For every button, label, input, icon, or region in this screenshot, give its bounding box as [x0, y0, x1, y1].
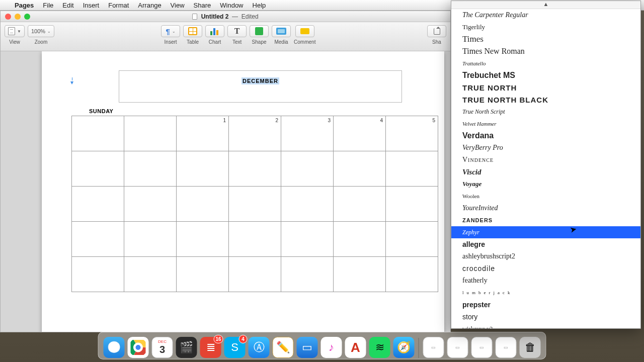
calendar-cell[interactable] — [177, 257, 229, 292]
font-option[interactable]: wiskeyya v2 — [451, 323, 640, 329]
menu-view[interactable]: View — [166, 2, 189, 9]
font-option[interactable]: Velvet Hammer — [451, 118, 640, 130]
font-option[interactable]: Woolen — [451, 190, 640, 202]
calendar-cell[interactable]: 2 — [229, 116, 281, 151]
dock-safari[interactable]: 🧭 — [393, 337, 415, 358]
calendar-cell[interactable] — [124, 151, 177, 187]
calendar-cell[interactable] — [177, 151, 229, 187]
dock-window-4[interactable]: ▭ — [496, 337, 517, 358]
menu-help[interactable]: Help — [248, 2, 271, 9]
calendar-cell[interactable] — [334, 257, 386, 292]
app-name[interactable]: Pages — [10, 2, 38, 9]
calendar-cell[interactable] — [72, 257, 124, 292]
font-option[interactable]: Zephyr — [451, 226, 640, 238]
dock-imovie[interactable]: 🎬 — [176, 337, 197, 358]
font-option[interactable]: Times New Roman — [451, 45, 640, 57]
month-title[interactable]: DECEMBER — [242, 77, 279, 84]
calendar-cell[interactable] — [334, 222, 386, 257]
dock-skype[interactable]: S 4 — [224, 337, 246, 358]
calendar-cell[interactable] — [229, 187, 281, 222]
shape-button[interactable] — [250, 25, 269, 37]
insert-button[interactable]: ¶ ⌄ — [161, 25, 180, 37]
calendar-cell[interactable]: 1 — [177, 116, 229, 151]
calendar-cell[interactable] — [386, 222, 438, 257]
font-option[interactable]: Trattatello — [451, 57, 640, 69]
calendar-cell[interactable] — [124, 222, 177, 257]
menu-format[interactable]: Format — [104, 2, 133, 9]
menu-share[interactable]: Share — [189, 2, 216, 9]
dock-calendar[interactable]: DEC3 — [152, 337, 173, 358]
menu-arrange[interactable]: Arrange — [133, 2, 166, 9]
dock-acrobat[interactable]: A — [345, 337, 366, 358]
dock-window-2[interactable]: ▭ — [447, 337, 468, 358]
font-option[interactable]: ZANDERS — [451, 214, 640, 226]
dock-chrome[interactable] — [128, 337, 149, 358]
media-button[interactable] — [272, 25, 291, 37]
scroll-up-arrow[interactable]: ▲ — [451, 1, 640, 9]
calendar-cell[interactable] — [124, 257, 177, 292]
font-option[interactable]: Vindence — [451, 154, 640, 166]
dock-window-1[interactable]: ▭ — [423, 337, 444, 358]
font-option[interactable]: True North Script — [451, 106, 640, 118]
font-option[interactable]: Trebuchet MS — [451, 69, 640, 81]
dock-itunes[interactable]: ♪ — [321, 337, 342, 358]
calendar-cell[interactable] — [334, 151, 386, 187]
font-option[interactable]: Voyage — [451, 178, 640, 190]
view-button[interactable]: ▼ — [5, 25, 25, 37]
dock-window-3[interactable]: ▭ — [471, 337, 493, 358]
font-option[interactable]: YoureInvited — [451, 202, 640, 214]
dock-todoist[interactable]: ≣ 16 — [200, 337, 221, 358]
calendar-cell[interactable] — [281, 222, 334, 257]
calendar-cell[interactable] — [177, 222, 229, 257]
comment-button[interactable] — [295, 25, 314, 37]
calendar-cell[interactable] — [72, 116, 124, 151]
font-option[interactable]: Times — [451, 33, 640, 45]
calendar-table[interactable]: 12345 — [71, 116, 438, 292]
calendar-cell[interactable]: 5 — [386, 116, 438, 151]
calendar-cell[interactable] — [281, 187, 334, 222]
font-option[interactable]: lumberjack — [451, 287, 640, 299]
calendar-cell[interactable] — [124, 116, 177, 151]
dock-textedit[interactable]: ✏️ — [273, 337, 294, 358]
dock-trash[interactable]: 🗑 — [520, 337, 541, 358]
calendar-cell[interactable] — [386, 257, 438, 292]
font-option[interactable]: story — [451, 311, 640, 323]
calendar-cell[interactable] — [72, 151, 124, 187]
calendar-cell[interactable] — [386, 187, 438, 222]
calendar-cell[interactable] — [177, 187, 229, 222]
text-button[interactable]: T — [227, 25, 247, 37]
dock-keynote[interactable]: ▭ — [297, 337, 318, 358]
font-option[interactable]: The Carpenter Regular — [451, 9, 640, 21]
calendar-cell[interactable] — [229, 257, 281, 292]
font-option[interactable]: featherly — [451, 275, 640, 287]
dock-finder[interactable] — [104, 337, 125, 358]
font-option[interactable]: ashleybrushscript2 — [451, 250, 640, 262]
calendar-cell[interactable] — [72, 222, 124, 257]
font-option[interactable]: prepster — [451, 299, 640, 311]
font-option[interactable]: TRUE NORTH — [451, 81, 640, 94]
table-button[interactable] — [183, 25, 202, 37]
menu-insert[interactable]: Insert — [78, 2, 104, 9]
month-title-box[interactable]: DECEMBER — [119, 70, 402, 103]
font-option[interactable]: crocodile — [451, 262, 640, 275]
share-button[interactable] — [427, 25, 446, 37]
calendar-cell[interactable] — [334, 187, 386, 222]
calendar-cell[interactable] — [281, 257, 334, 292]
calendar-cell[interactable]: 4 — [334, 116, 386, 151]
calendar-cell[interactable] — [229, 151, 281, 187]
calendar-cell[interactable]: 3 — [281, 116, 334, 151]
title-bar[interactable]: Untitled 2 — Edited — [1, 11, 450, 22]
calendar-cell[interactable] — [386, 151, 438, 187]
chart-button[interactable] — [205, 25, 224, 37]
font-option[interactable]: allegre — [451, 238, 640, 250]
calendar-cell[interactable] — [72, 187, 124, 222]
calendar-cell[interactable] — [229, 222, 281, 257]
menu-file[interactable]: File — [38, 2, 58, 9]
font-option[interactable]: VeryBerry Pro — [451, 142, 640, 154]
calendar-cell[interactable] — [124, 187, 177, 222]
dock[interactable]: DEC3 🎬 ≣ 16 S 4 Ⓐ ✏️ ▭ ♪ A ≋ 🧭 ▭ ▭ ▭ ▭ 🗑 — [98, 332, 546, 359]
dock-appstore[interactable]: Ⓐ — [249, 337, 270, 358]
document-page[interactable]: DECEMBER SUNDAY 12345 — [42, 51, 444, 332]
dock-spotify[interactable]: ≋ — [369, 337, 390, 358]
font-option[interactable]: Verdana — [451, 130, 640, 142]
